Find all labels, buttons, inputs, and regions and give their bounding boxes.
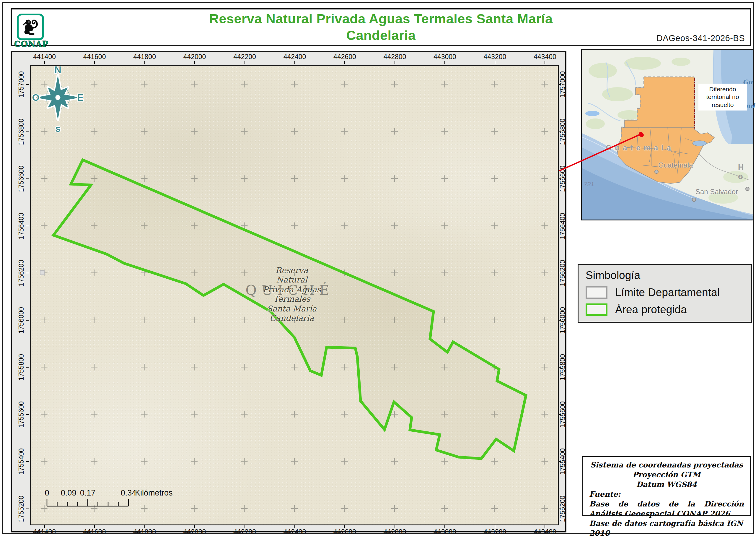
- main-map-block: 4414004416004418004420004422004424004426…: [11, 51, 566, 532]
- axis-label: 441400: [33, 528, 56, 536]
- axis-labels-top: 4414004416004418004420004422004424004426…: [31, 53, 558, 64]
- axis-label: 443000: [433, 53, 456, 61]
- source-line: Base de datos cartografía básica IGN 201…: [589, 519, 744, 536]
- axis-label: 441600: [83, 528, 106, 536]
- inset-city-label-sansalvador: San Salvador: [695, 187, 738, 196]
- map-document: CONAP Reserva Natural Privada Aguas Term…: [0, 0, 756, 536]
- legend-item-protected-area: Área protegida: [585, 303, 744, 316]
- coordinate-system-info-box: Sistema de coordenadas proyectadas Proye…: [583, 456, 751, 516]
- axis-label: 443400: [534, 53, 556, 61]
- legend-item-label: Límite Departamental: [615, 286, 720, 299]
- axis-label: 442800: [384, 53, 406, 61]
- inset-city-label-guatemala: Guatemala: [658, 161, 693, 169]
- axis-tick: [295, 61, 295, 64]
- axis-label: 1755400: [17, 449, 25, 475]
- axis-label: 443200: [484, 528, 506, 536]
- compass-n-label: N: [54, 66, 61, 75]
- axis-tick: [26, 131, 29, 132]
- axis-label: 442000: [183, 528, 206, 536]
- axis-label: 443400: [534, 528, 556, 536]
- axis-tick: [26, 273, 29, 273]
- axis-label: 443200: [484, 53, 506, 61]
- axis-tick: [444, 61, 445, 64]
- axis-tick: [144, 61, 145, 64]
- axis-tick: [394, 61, 395, 64]
- scale-bar-value: 0.17: [80, 488, 96, 498]
- axis-tick: [44, 525, 45, 528]
- compass-s-label: s: [55, 123, 61, 133]
- map-artifact-square: [40, 270, 45, 275]
- axis-label: 442000: [183, 53, 206, 61]
- scale-bar-ruler: [47, 498, 138, 507]
- protected-area-swatch: [585, 303, 608, 316]
- axis-tick: [344, 61, 345, 64]
- axis-label: 441600: [83, 53, 106, 61]
- legend-item-departmental: Límite Departamental: [585, 286, 744, 299]
- axis-label: 441400: [33, 53, 56, 61]
- axis-labels-bottom: 4414004416004418004420004422004424004426…: [31, 525, 558, 534]
- info-line: Proyección GTM: [589, 470, 744, 480]
- axis-tick: [495, 525, 495, 528]
- axis-labels-left: 1757000175680017566001756400175620017560…: [14, 66, 28, 525]
- inset-city-dot-guatemala: [655, 170, 658, 174]
- axis-labels-right: 1757000175680017566001756400175620017560…: [559, 66, 566, 525]
- info-line: Datum WGS84: [589, 480, 744, 489]
- axis-tick: [295, 525, 295, 528]
- axis-tick: [94, 61, 95, 64]
- axis-tick: [545, 525, 545, 528]
- axis-tick: [26, 414, 29, 415]
- title-wrap: Reserva Natural Privada Aguas Termales S…: [12, 10, 750, 45]
- reserve-label-line: Santa María: [263, 304, 321, 313]
- scale-bar-labels: 00.090.170.34Kilómetros: [47, 488, 171, 497]
- axis-tick: [26, 226, 29, 226]
- axis-tick: [545, 61, 545, 64]
- axis-tick: [26, 84, 29, 85]
- axis-tick: [26, 461, 29, 462]
- reserve-label-line: Reserva: [263, 266, 321, 275]
- axis-label: 1756600: [17, 165, 25, 192]
- inset-city-dot-sansalvador: [692, 198, 696, 202]
- axis-tick: [495, 61, 495, 64]
- compass-o-label: O: [32, 92, 39, 103]
- axis-label: 1755200: [17, 495, 25, 522]
- axis-tick: [344, 525, 345, 528]
- legend: Simbología Límite Departamental Área pro…: [578, 264, 752, 323]
- axis-tick: [144, 525, 145, 528]
- inset-country-label-honduras: H o: [738, 163, 753, 181]
- axis-label: 441800: [133, 53, 156, 61]
- axis-tick: [44, 61, 45, 64]
- legend-title: Simbología: [585, 269, 744, 282]
- reserve-label-line: Candelaria: [263, 314, 321, 323]
- axis-label: 1757000: [17, 71, 25, 98]
- axis-label: 1756200: [17, 260, 25, 286]
- axis-label: 442200: [233, 53, 256, 61]
- axis-label: 441800: [133, 528, 156, 536]
- axis-label: 1756400: [17, 213, 25, 239]
- map-canvas: N E s O QUICHÉ Reserva Natural Privada A…: [30, 65, 559, 525]
- axis-tick: [26, 367, 29, 368]
- axis-label: 1755800: [17, 354, 25, 381]
- axis-tick: [444, 525, 445, 528]
- reserve-label-line: Privada Aguas: [263, 285, 321, 294]
- inset-country-label: Guatemala: [606, 143, 674, 152]
- inset-locator-map: Guatemala Guatemala San Salvador H o Gu …: [581, 49, 754, 220]
- axis-label: 442200: [233, 528, 256, 536]
- inset-reserve-location-dot: [640, 133, 644, 137]
- axis-label: 1756000: [17, 307, 25, 334]
- compass-e-label: E: [77, 92, 83, 103]
- axis-label: 442400: [284, 528, 306, 536]
- inset-territorial-note: Diferendo territorial no resuelto: [698, 84, 747, 111]
- axis-label: 1756800: [17, 118, 25, 145]
- document-code: DAGeos-341-2026-BS: [656, 33, 745, 43]
- axis-label: 442400: [284, 53, 306, 61]
- axis-label: 1755600: [17, 401, 25, 428]
- axis-label: 442600: [333, 53, 356, 61]
- axis-tick: [194, 61, 195, 64]
- axis-label: 442600: [333, 528, 356, 536]
- axis-tick: [394, 525, 395, 528]
- source-heading: Fuente:: [589, 489, 744, 499]
- inset-depth-label: 721: [584, 181, 594, 187]
- inset-city-dot: [746, 187, 749, 190]
- axis-tick: [244, 61, 245, 64]
- reserve-label-line: Natural: [263, 275, 321, 285]
